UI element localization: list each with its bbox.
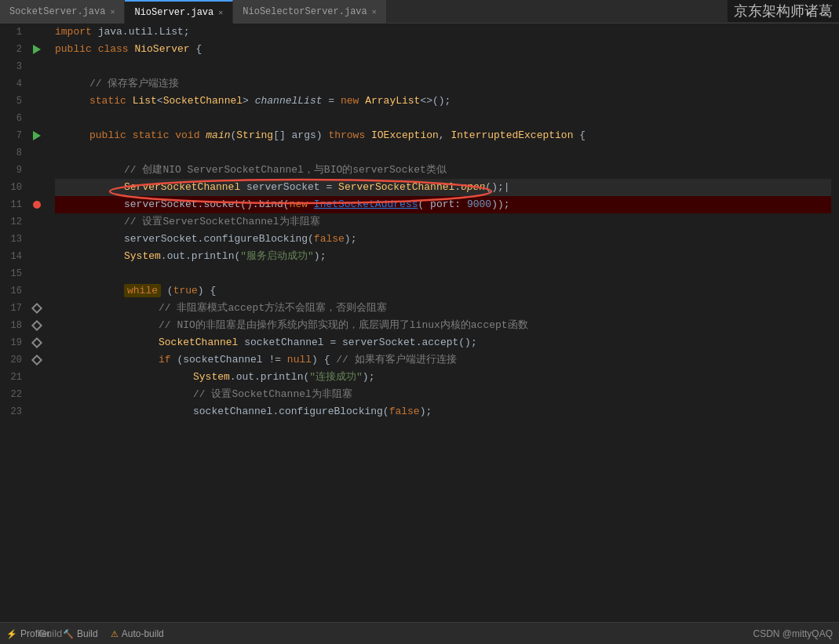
gutter-row-5: 5 (0, 93, 47, 110)
gutter-row-8: 8 (0, 144, 47, 162)
diamond-icon-17 (31, 303, 42, 314)
code-line-11: serverSocket.socket().bind(new InetSocke… (55, 196, 831, 213)
line-number-20: 20 (0, 355, 27, 366)
status-bar: Profiler Build Auto-build CSDN @mittyQAQ (0, 622, 839, 644)
code-line-14: System.out.println("服务启动成功"); (55, 248, 831, 265)
tab-nio-selector-server[interactable]: NioSelectorServer.java ✕ (233, 0, 386, 24)
gutter-icons-19[interactable] (27, 339, 47, 347)
diamond-icon-20 (31, 355, 42, 366)
gutter-icons-11[interactable] (27, 201, 47, 209)
code-line-18: // NIO的非阻塞是由操作系统内部实现的，底层调用了linux内核的accep… (55, 317, 831, 334)
line-number-3: 3 (0, 61, 27, 72)
gutter-row-12: 12 (0, 213, 47, 231)
tab-socket-server[interactable]: SocketServer.java ✕ (0, 0, 125, 24)
line-number-11: 11 (0, 199, 27, 210)
tab-bar: SocketServer.java ✕ NioServer.java ✕ Nio… (0, 0, 839, 24)
breakpoint-dot-11 (33, 201, 41, 209)
line-number-4: 4 (0, 78, 27, 89)
code-line-13: serverSocket.configureBlocking(false); (55, 231, 831, 248)
line-number-2: 2 (0, 44, 27, 55)
line-number-23: 23 (0, 406, 27, 417)
build-label: Build (77, 628, 98, 639)
line-number-19: 19 (0, 337, 27, 348)
status-build[interactable]: Build (63, 628, 98, 639)
diamond-icon-18 (31, 320, 42, 331)
gutter-icons-18[interactable] (27, 322, 47, 329)
watermark-bottom: CSDN @mittyQAQ (753, 628, 833, 639)
code-area[interactable]: import java.util.List; public class NioS… (47, 24, 839, 622)
line-number-10: 10 (0, 182, 27, 193)
guild-label: Guild (38, 628, 62, 639)
line-number-7: 7 (0, 130, 27, 141)
gutter-icons-7[interactable] (27, 131, 47, 140)
profiler-icon (6, 628, 17, 639)
gutter-row-3: 3 (0, 58, 47, 75)
gutter-row-1: 1 (0, 24, 47, 41)
code-line-21: System.out.println("连接成功"); (55, 369, 831, 386)
gutter-row-15: 15 (0, 265, 47, 282)
gutter-row-6: 6 (0, 110, 47, 127)
code-line-19: SocketChannel socketChannel = serverSock… (55, 334, 831, 351)
code-line-10: ServerSocketChannel serverSocket = Serve… (55, 179, 831, 196)
code-line-2: public class NioServer { (55, 41, 831, 58)
gutter-row-18: 18 (0, 317, 47, 334)
gutter-row-19: 19 (0, 334, 47, 351)
code-line-8 (55, 144, 831, 162)
gutter-row-2: 2 (0, 41, 47, 58)
gutter-icons-17[interactable] (27, 304, 47, 312)
gutter-row-14: 14 (0, 248, 47, 265)
gutter-row-10: 10 (0, 179, 47, 196)
tab-socket-server-label: SocketServer.java (9, 6, 105, 17)
auto-build-icon (111, 628, 119, 639)
code-line-23: socketChannel.configureBlocking(false); (55, 403, 831, 420)
gutter-row-21: 21 (0, 369, 47, 386)
code-line-15 (55, 265, 831, 282)
status-auto-build[interactable]: Auto-build (111, 628, 164, 639)
gutter-row-22: 22 (0, 386, 47, 403)
code-line-12: // 设置ServerSocketChannel为非阻塞 (55, 213, 831, 231)
code-line-5: static List<SocketChannel> channelList =… (55, 93, 831, 110)
line-number-8: 8 (0, 147, 27, 158)
tab-nio-server-close[interactable]: ✕ (218, 8, 223, 17)
diamond-icon-19 (31, 337, 42, 348)
gutter-row-16: 16 (0, 282, 47, 300)
code-line-9: // 创建NIO ServerSocketChannel，与BIO的server… (55, 162, 831, 179)
line-number-12: 12 (0, 216, 27, 227)
code-line-20: if (socketChannel != null) { // 如果有客户端进行… (55, 351, 831, 369)
gutter-row-9: 9 (0, 162, 47, 179)
line-number-18: 18 (0, 320, 27, 331)
line-number-13: 13 (0, 234, 27, 245)
line-number-21: 21 (0, 372, 27, 383)
line-number-22: 22 (0, 389, 27, 400)
gutter: 1 2 3 4 5 6 7 (0, 24, 47, 622)
editor: 1 2 3 4 5 6 7 (0, 24, 839, 622)
tab-nio-selector-server-close[interactable]: ✕ (372, 7, 377, 16)
line-number-6: 6 (0, 113, 27, 124)
code-line-16: while (true) { (55, 282, 831, 300)
run-arrow-7 (33, 131, 41, 140)
line-number-5: 5 (0, 96, 27, 107)
line-number-14: 14 (0, 251, 27, 262)
gutter-row-13: 13 (0, 231, 47, 248)
line-number-15: 15 (0, 268, 27, 279)
gutter-row-17: 17 (0, 300, 47, 317)
gutter-row-23: 23 (0, 403, 47, 420)
code-line-17: // 非阻塞模式accept方法不会阻塞，否则会阻塞 (55, 300, 831, 317)
auto-build-label: Auto-build (122, 628, 164, 639)
line-number-9: 9 (0, 165, 27, 176)
line-number-1: 1 (0, 27, 27, 38)
code-line-1: import java.util.List; (55, 24, 831, 41)
gutter-row-7: 7 (0, 127, 47, 144)
code-line-7: public static void main(String[] args) t… (55, 127, 831, 144)
gutter-icons-20[interactable] (27, 356, 47, 364)
line-number-17: 17 (0, 303, 27, 314)
gutter-row-20: 20 (0, 351, 47, 369)
tab-nio-server[interactable]: NioServer.java ✕ (125, 0, 233, 24)
tab-socket-server-close[interactable]: ✕ (110, 7, 115, 16)
tab-nio-selector-server-label: NioSelectorServer.java (243, 6, 367, 17)
gutter-icons-2[interactable] (27, 45, 47, 54)
watermark-top: 京东架构师诸葛 (728, 0, 839, 22)
code-line-22: // 设置SocketChannel为非阻塞 (55, 386, 831, 403)
tab-nio-server-label: NioServer.java (134, 7, 213, 18)
build-icon (63, 628, 74, 639)
